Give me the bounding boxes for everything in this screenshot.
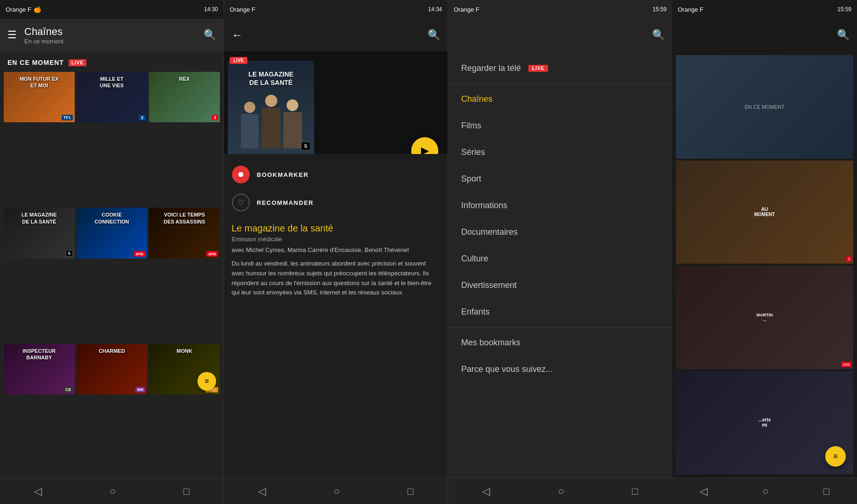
live-badge-1: LIVE bbox=[69, 59, 86, 66]
bookmark-button[interactable]: ⏺ BOOKMARKER bbox=[232, 163, 440, 186]
nav-bar-1: ◁ ○ □ bbox=[0, 478, 224, 504]
recommander-button[interactable]: ♡ RECOMMANDER bbox=[232, 191, 440, 214]
nav-back-4[interactable]: ◁ bbox=[700, 485, 708, 497]
nav-recent-1[interactable]: □ bbox=[183, 485, 190, 497]
channel-logo-4: 5 bbox=[66, 250, 73, 257]
back-button[interactable]: ← bbox=[232, 28, 243, 42]
carrier-1: Orange F bbox=[6, 6, 31, 13]
menu-item-series[interactable]: Séries bbox=[448, 139, 672, 166]
show-bg-8: Charmed W9 bbox=[77, 344, 148, 394]
menu-item-informations[interactable]: Informations bbox=[448, 192, 672, 219]
show-tile-8[interactable]: Charmed W9 bbox=[77, 344, 148, 394]
channel-logo-3: 3 bbox=[212, 115, 218, 120]
panel-background: Orange F 15:59 🔍 EN CE MOMENT AUMOMENT 3… bbox=[672, 0, 857, 504]
action-buttons: ⏺ BOOKMARKER ♡ RECOMMANDER bbox=[224, 154, 448, 219]
show-main-title: Le magazine de la santé bbox=[232, 223, 440, 234]
page-subtitle-1: En ce moment bbox=[24, 38, 196, 45]
nav-recent-4[interactable]: □ bbox=[823, 485, 829, 497]
nav-home-2[interactable]: ○ bbox=[334, 485, 340, 497]
status-right-4: 15:59 bbox=[837, 6, 851, 13]
show-tile-7[interactable]: INSPECTEURBARNABY C8 bbox=[4, 344, 75, 394]
show-tile-2[interactable]: MILLE ETUNE VIES 2 bbox=[77, 72, 148, 122]
menu-item-documentaires[interactable]: Documentaires bbox=[448, 219, 672, 245]
menu-item-divertissement[interactable]: Divertissement bbox=[448, 272, 672, 299]
status-bar-4: Orange F 15:59 bbox=[672, 0, 857, 19]
show-bg-3: REX 3 bbox=[149, 72, 220, 122]
show-title-4: LE MAGAZINEDE LA SANTÉ bbox=[7, 211, 71, 225]
show-title-1: Mon futur exet moi bbox=[7, 76, 71, 89]
channel-logo-8: W9 bbox=[135, 387, 146, 392]
menu-item-enfants[interactable]: Enfants bbox=[448, 299, 672, 325]
nav-home-4[interactable]: ○ bbox=[762, 485, 768, 497]
status-bar-2: Orange F 14:34 bbox=[224, 0, 448, 19]
nav-bar-2: ◁ ○ □ bbox=[224, 478, 448, 504]
channel-logo-tf1: TF1 bbox=[62, 115, 73, 120]
hamburger-icon[interactable]: ☰ bbox=[7, 29, 17, 41]
search-icon-2[interactable]: 🔍 bbox=[428, 29, 440, 41]
show-title-6: VOICI LE TEMPSDES ASSASSINS bbox=[153, 211, 216, 225]
carrier-2: Orange F bbox=[230, 6, 255, 13]
show-tile-9[interactable]: MONK TMC ≡ bbox=[149, 344, 220, 394]
menu-label-regarder: Regarder la télé bbox=[461, 63, 521, 73]
menu-item-chaines[interactable]: Chaînes bbox=[448, 86, 672, 112]
menu-item-bookmarks[interactable]: Mes bookmarks bbox=[448, 329, 672, 356]
show-tile-6[interactable]: VOICI LE TEMPSDES ASSASSINS arte bbox=[149, 208, 220, 258]
carrier-4: Orange F bbox=[678, 6, 703, 13]
status-left-4: Orange F bbox=[678, 6, 703, 13]
menu-label-informations: Informations bbox=[461, 201, 507, 210]
bookmark-label: BOOKMARKER bbox=[257, 171, 309, 178]
show-info: Le magazine de la santé Emission médical… bbox=[224, 219, 448, 478]
fab-list-1[interactable]: ≡ bbox=[197, 372, 216, 391]
show-tile-3[interactable]: REX 3 bbox=[149, 72, 220, 122]
nav-recent-3[interactable]: □ bbox=[632, 485, 638, 497]
show-bg-4: LE MAGAZINEDE LA SANTÉ 5 bbox=[4, 208, 75, 258]
fab-button-4[interactable]: ≡ bbox=[825, 446, 846, 467]
menu-label-culture: Culture bbox=[461, 254, 488, 264]
heart-icon-wrap: ♡ bbox=[232, 193, 250, 212]
panel-menu: Orange F 15:59 🔍 Regarder la télé LIVE C… bbox=[448, 0, 672, 504]
bg-channel-arte2: arte bbox=[841, 362, 851, 367]
heart-icon: ♡ bbox=[232, 194, 250, 211]
nav-recent-2[interactable]: □ bbox=[407, 485, 414, 497]
nav-bar-4: ◁ ○ □ bbox=[672, 478, 857, 504]
bg-tile-2: AUMOMENT 3 bbox=[676, 161, 853, 264]
show-bg-7: INSPECTEURBARNABY C8 bbox=[4, 344, 75, 394]
menu-label-series: Séries bbox=[461, 147, 485, 157]
menu-item-films[interactable]: Films bbox=[448, 112, 672, 139]
show-bg-2: MILLE ETUNE VIES 2 bbox=[77, 72, 148, 122]
menu-item-regarder[interactable]: Regarder la télé LIVE bbox=[448, 55, 672, 82]
menu-item-parce-que[interactable]: Parce que vous suivez... bbox=[448, 356, 672, 383]
show-tile-5[interactable]: COOKIECONNECTION arte bbox=[77, 208, 148, 258]
status-right-3: 15:59 bbox=[653, 6, 667, 13]
nav-back-3[interactable]: ◁ bbox=[482, 485, 490, 497]
status-left-1: Orange F 🍊 bbox=[6, 6, 41, 13]
bg-tile-1: EN CE MOMENT bbox=[676, 55, 853, 159]
bg-tile-3: MARTIN... arte bbox=[676, 266, 853, 369]
nav-back-2[interactable]: ◁ bbox=[258, 485, 266, 497]
channel-logo-2: 2 bbox=[139, 115, 145, 120]
bg-tile-4: ...ertsmi ≡ bbox=[676, 371, 853, 475]
menu-label-sport: Sport bbox=[461, 174, 481, 184]
menu-item-sport[interactable]: Sport bbox=[448, 166, 672, 192]
time-2: 14:34 bbox=[428, 6, 442, 13]
top-bar-title: Chaînes En ce moment bbox=[24, 26, 196, 45]
nav-back-1[interactable]: ◁ bbox=[34, 485, 42, 497]
show-tile-1[interactable]: Mon futur exet moi TF1 bbox=[4, 72, 75, 122]
nav-home-3[interactable]: ○ bbox=[558, 485, 564, 497]
video-area: LIVE LE MAGAZINEDE LA SANTÉ bbox=[224, 51, 448, 154]
channel-logo-6: arte bbox=[206, 251, 218, 257]
signal-icon-1: 🍊 bbox=[34, 6, 41, 13]
menu-item-culture[interactable]: Culture bbox=[448, 245, 672, 272]
panel-detail: Orange F 14:34 ← 🔍 LIVE LE MAGAZINEDE LA… bbox=[224, 0, 448, 504]
search-icon-3[interactable]: 🔍 bbox=[652, 29, 665, 41]
search-icon-1[interactable]: 🔍 bbox=[204, 29, 216, 41]
search-icon-4[interactable]: 🔍 bbox=[837, 29, 850, 41]
show-tile-4[interactable]: LE MAGAZINEDE LA SANTÉ 5 bbox=[4, 208, 75, 258]
status-bar-1: Orange F 🍊 14:30 bbox=[0, 0, 224, 19]
nav-home-1[interactable]: ○ bbox=[110, 485, 116, 497]
status-left-3: Orange F bbox=[454, 6, 479, 13]
live-badge-2: LIVE bbox=[230, 57, 247, 64]
channel-logo-7: C8 bbox=[63, 387, 73, 392]
play-fab-button[interactable]: ▶ bbox=[411, 137, 438, 154]
show-title-5: COOKIECONNECTION bbox=[80, 211, 144, 225]
